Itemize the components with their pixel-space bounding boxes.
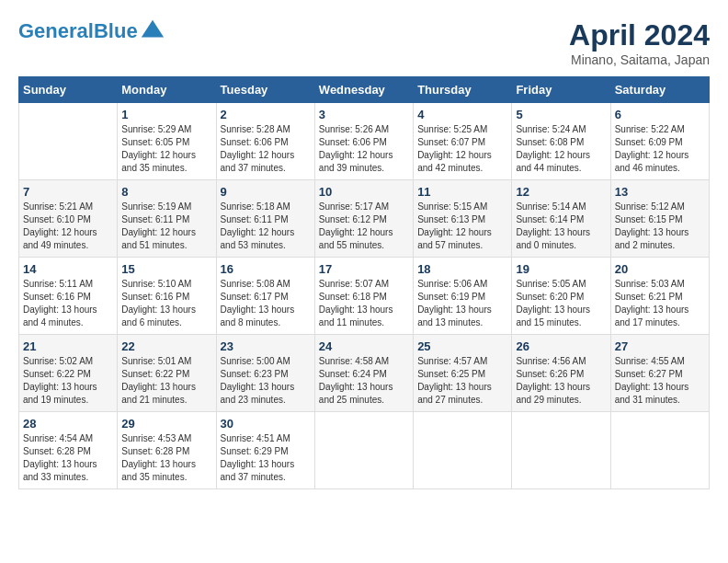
calendar-cell [512,412,610,489]
day-info: Sunrise: 5:28 AM Sunset: 6:06 PM Dayligh… [221,123,311,175]
day-number: 4 [417,108,507,121]
weekday-header-tuesday: Tuesday [216,77,314,103]
day-number: 2 [221,108,311,121]
day-number: 18 [417,262,507,276]
calendar-cell: 14Sunrise: 5:11 AM Sunset: 6:16 PM Dayli… [19,258,118,335]
svg-marker-0 [141,20,163,38]
calendar-cell: 2Sunrise: 5:28 AM Sunset: 6:06 PM Daylig… [216,103,314,180]
day-number: 3 [319,108,409,121]
day-number: 19 [516,262,606,276]
calendar-cell: 7Sunrise: 5:21 AM Sunset: 6:10 PM Daylig… [19,180,118,258]
calendar-cell: 21Sunrise: 5:02 AM Sunset: 6:22 PM Dayli… [19,335,118,412]
weekday-header-monday: Monday [118,77,216,103]
calendar-cell: 24Sunrise: 4:58 AM Sunset: 6:24 PM Dayli… [314,335,413,412]
day-number: 11 [417,185,507,199]
title-block: April 2024 Minano, Saitama, Japan [569,18,710,67]
day-info: Sunrise: 5:01 AM Sunset: 6:22 PM Dayligh… [121,355,211,407]
calendar-cell: 8Sunrise: 5:19 AM Sunset: 6:11 PM Daylig… [118,180,216,258]
day-info: Sunrise: 5:22 AM Sunset: 6:09 PM Dayligh… [615,123,705,175]
day-info: Sunrise: 4:57 AM Sunset: 6:25 PM Dayligh… [417,355,507,407]
day-info: Sunrise: 5:17 AM Sunset: 6:12 PM Dayligh… [319,201,409,252]
calendar-cell: 3Sunrise: 5:26 AM Sunset: 6:06 PM Daylig… [314,103,413,180]
calendar-cell: 20Sunrise: 5:03 AM Sunset: 6:21 PM Dayli… [610,258,709,335]
calendar-cell: 23Sunrise: 5:00 AM Sunset: 6:23 PM Dayli… [216,335,314,412]
calendar-cell: 29Sunrise: 4:53 AM Sunset: 6:28 PM Dayli… [118,412,216,489]
page-subtitle: Minano, Saitama, Japan [569,52,710,67]
calendar-cell: 11Sunrise: 5:15 AM Sunset: 6:13 PM Dayli… [414,180,512,258]
day-number: 17 [319,262,409,276]
calendar-cell [610,412,709,489]
day-info: Sunrise: 5:06 AM Sunset: 6:19 PM Dayligh… [417,278,507,329]
day-info: Sunrise: 4:53 AM Sunset: 6:28 PM Dayligh… [121,432,211,484]
day-info: Sunrise: 5:26 AM Sunset: 6:06 PM Dayligh… [319,123,409,175]
day-number: 21 [23,339,113,353]
logo: GeneralBlue [18,18,165,44]
day-info: Sunrise: 5:12 AM Sunset: 6:15 PM Dayligh… [615,201,705,252]
logo-icon [140,18,165,44]
day-info: Sunrise: 5:19 AM Sunset: 6:11 PM Dayligh… [121,201,211,252]
day-number: 22 [121,339,211,353]
calendar-cell: 1Sunrise: 5:29 AM Sunset: 6:05 PM Daylig… [118,103,216,180]
day-number: 1 [121,108,211,121]
day-number: 29 [121,417,211,431]
day-number: 14 [23,262,113,276]
calendar-cell [19,103,118,180]
calendar-cell: 18Sunrise: 5:06 AM Sunset: 6:19 PM Dayli… [414,258,512,335]
day-info: Sunrise: 5:07 AM Sunset: 6:18 PM Dayligh… [319,278,409,329]
day-info: Sunrise: 4:56 AM Sunset: 6:26 PM Dayligh… [516,355,606,407]
page-title: April 2024 [569,18,710,52]
day-info: Sunrise: 4:51 AM Sunset: 6:29 PM Dayligh… [221,432,311,484]
weekday-header-friday: Friday [512,77,610,103]
weekday-header-thursday: Thursday [414,77,512,103]
day-number: 24 [319,339,409,353]
calendar-cell: 17Sunrise: 5:07 AM Sunset: 6:18 PM Dayli… [314,258,413,335]
calendar-cell: 25Sunrise: 4:57 AM Sunset: 6:25 PM Dayli… [414,335,512,412]
weekday-header-wednesday: Wednesday [314,77,413,103]
calendar-cell: 16Sunrise: 5:08 AM Sunset: 6:17 PM Dayli… [216,258,314,335]
day-number: 15 [121,262,211,276]
calendar-cell: 22Sunrise: 5:01 AM Sunset: 6:22 PM Dayli… [118,335,216,412]
calendar-cell: 19Sunrise: 5:05 AM Sunset: 6:20 PM Dayli… [512,258,610,335]
day-number: 10 [319,185,409,199]
calendar-cell: 28Sunrise: 4:54 AM Sunset: 6:28 PM Dayli… [19,412,118,489]
day-number: 8 [121,185,211,199]
day-info: Sunrise: 5:15 AM Sunset: 6:13 PM Dayligh… [417,201,507,252]
calendar-cell: 4Sunrise: 5:25 AM Sunset: 6:07 PM Daylig… [414,103,512,180]
day-info: Sunrise: 5:03 AM Sunset: 6:21 PM Dayligh… [615,278,705,329]
calendar-cell: 27Sunrise: 4:55 AM Sunset: 6:27 PM Dayli… [610,335,709,412]
day-number: 25 [417,339,507,353]
calendar-week-row: 14Sunrise: 5:11 AM Sunset: 6:16 PM Dayli… [19,258,710,335]
day-number: 5 [516,108,606,121]
calendar-week-row: 1Sunrise: 5:29 AM Sunset: 6:05 PM Daylig… [19,103,710,180]
day-number: 6 [615,108,705,121]
day-number: 23 [221,339,311,353]
calendar-cell: 13Sunrise: 5:12 AM Sunset: 6:15 PM Dayli… [610,180,709,258]
day-info: Sunrise: 5:24 AM Sunset: 6:08 PM Dayligh… [516,123,606,175]
day-info: Sunrise: 5:14 AM Sunset: 6:14 PM Dayligh… [516,201,606,252]
day-number: 27 [615,339,705,353]
logo-text: GeneralBlue [18,20,138,42]
calendar-cell: 12Sunrise: 5:14 AM Sunset: 6:14 PM Dayli… [512,180,610,258]
day-info: Sunrise: 5:10 AM Sunset: 6:16 PM Dayligh… [121,278,211,329]
day-number: 9 [221,185,311,199]
day-info: Sunrise: 5:08 AM Sunset: 6:17 PM Dayligh… [221,278,311,329]
calendar-week-row: 28Sunrise: 4:54 AM Sunset: 6:28 PM Dayli… [19,412,710,489]
calendar-cell: 10Sunrise: 5:17 AM Sunset: 6:12 PM Dayli… [314,180,413,258]
day-number: 7 [23,185,113,199]
calendar-week-row: 21Sunrise: 5:02 AM Sunset: 6:22 PM Dayli… [19,335,710,412]
day-number: 28 [23,417,113,431]
day-info: Sunrise: 5:05 AM Sunset: 6:20 PM Dayligh… [516,278,606,329]
day-info: Sunrise: 5:00 AM Sunset: 6:23 PM Dayligh… [221,355,311,407]
weekday-header-saturday: Saturday [610,77,709,103]
day-number: 16 [221,262,311,276]
calendar-header-row: SundayMondayTuesdayWednesdayThursdayFrid… [19,77,710,103]
day-info: Sunrise: 5:18 AM Sunset: 6:11 PM Dayligh… [221,201,311,252]
day-number: 20 [615,262,705,276]
calendar-cell: 30Sunrise: 4:51 AM Sunset: 6:29 PM Dayli… [216,412,314,489]
calendar-cell: 6Sunrise: 5:22 AM Sunset: 6:09 PM Daylig… [610,103,709,180]
day-info: Sunrise: 4:55 AM Sunset: 6:27 PM Dayligh… [615,355,705,407]
calendar-cell: 5Sunrise: 5:24 AM Sunset: 6:08 PM Daylig… [512,103,610,180]
day-info: Sunrise: 5:25 AM Sunset: 6:07 PM Dayligh… [417,123,507,175]
calendar-week-row: 7Sunrise: 5:21 AM Sunset: 6:10 PM Daylig… [19,180,710,258]
page-header: GeneralBlue April 2024 Minano, Saitama, … [18,18,710,67]
